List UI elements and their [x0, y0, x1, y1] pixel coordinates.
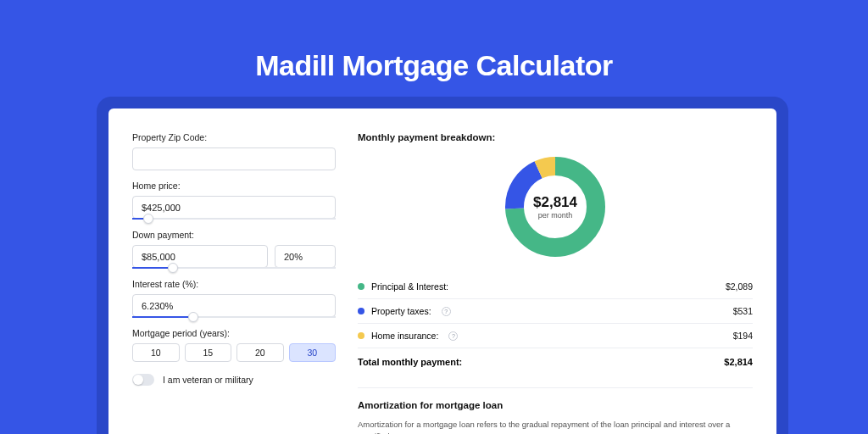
- amortization-block: Amortization for mortgage loan Amortizat…: [358, 387, 753, 434]
- veteran-row: I am veteran or military: [132, 374, 336, 386]
- info-icon[interactable]: ?: [442, 307, 451, 316]
- interest-rate-label: Interest rate (%):: [132, 279, 336, 289]
- legend-row-insurance: Home insurance: ? $194: [358, 323, 753, 348]
- legend-value: $2,089: [726, 281, 753, 292]
- period-option-20[interactable]: 20: [236, 343, 284, 362]
- donut-chart: $2,814 per month: [503, 154, 608, 259]
- home-price-input[interactable]: [132, 196, 336, 219]
- breakdown-title: Monthly payment breakdown:: [358, 132, 753, 142]
- calculator-card: Property Zip Code: Home price: Down paym…: [108, 108, 776, 434]
- breakdown-column: Monthly payment breakdown: $2,814 per mo…: [358, 132, 753, 434]
- home-price-label: Home price:: [132, 181, 336, 191]
- period-option-15[interactable]: 15: [185, 343, 232, 362]
- input-column: Property Zip Code: Home price: Down paym…: [132, 132, 336, 434]
- donut-amount: $2,814: [533, 194, 577, 211]
- legend: Principal & Interest: $2,089 Property ta…: [358, 275, 753, 376]
- period-option-10[interactable]: 10: [132, 343, 180, 362]
- total-row: Total monthly payment: $2,814: [358, 348, 753, 376]
- slider-thumb-icon[interactable]: [143, 214, 153, 224]
- circle-icon: [358, 308, 364, 314]
- zip-field: Property Zip Code:: [132, 132, 336, 170]
- veteran-toggle[interactable]: [132, 374, 154, 386]
- slider-thumb-icon[interactable]: [168, 263, 178, 273]
- mortgage-period-label: Mortgage period (years):: [132, 328, 336, 338]
- circle-icon: [358, 332, 364, 339]
- legend-value: $194: [733, 331, 753, 341]
- legend-label: Property taxes:: [371, 306, 431, 316]
- donut-center: $2,814 per month: [503, 154, 608, 259]
- zip-label: Property Zip Code:: [132, 132, 336, 142]
- period-options: 10 15 20 30: [132, 343, 336, 362]
- legend-row-principal: Principal & Interest: $2,089: [358, 275, 753, 298]
- legend-label: Principal & Interest:: [371, 281, 448, 292]
- interest-rate-input[interactable]: [132, 294, 336, 317]
- down-payment-amount-input[interactable]: [132, 245, 268, 268]
- circle-icon: [358, 283, 364, 290]
- down-payment-percent-input[interactable]: [275, 245, 336, 268]
- amortization-text: Amortization for a mortgage loan refers …: [358, 419, 753, 434]
- mortgage-period-field: Mortgage period (years): 10 15 20 30: [132, 328, 336, 362]
- interest-rate-slider[interactable]: [132, 316, 336, 318]
- page-title: Madill Mortgage Calculator: [0, 0, 868, 82]
- period-option-30[interactable]: 30: [289, 343, 337, 362]
- legend-label: Home insurance:: [371, 331, 438, 341]
- down-payment-slider[interactable]: [132, 267, 336, 269]
- home-price-field: Home price:: [132, 181, 336, 220]
- amortization-title: Amortization for mortgage loan: [358, 400, 753, 410]
- total-value: $2,814: [724, 357, 753, 367]
- slider-thumb-icon[interactable]: [188, 312, 198, 322]
- legend-row-taxes: Property taxes: ? $531: [358, 298, 753, 323]
- down-payment-label: Down payment:: [132, 230, 336, 240]
- home-price-slider[interactable]: [132, 218, 336, 220]
- donut-sub: per month: [538, 211, 573, 220]
- legend-value: $531: [733, 306, 753, 316]
- info-icon[interactable]: ?: [448, 331, 458, 341]
- interest-rate-field: Interest rate (%):: [132, 279, 336, 318]
- total-label: Total monthly payment:: [358, 357, 462, 367]
- donut-chart-container: $2,814 per month: [358, 154, 753, 259]
- zip-input[interactable]: [132, 147, 336, 170]
- down-payment-field: Down payment:: [132, 230, 336, 269]
- veteran-label: I am veteran or military: [163, 375, 253, 385]
